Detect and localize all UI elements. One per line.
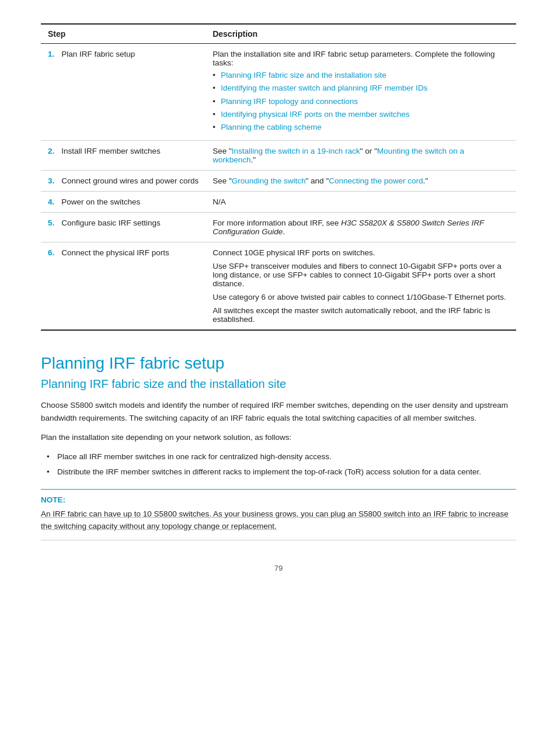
installation-bullet-list: Place all IRF member switches in one rac…: [47, 451, 516, 478]
table-header-step: Step: [41, 24, 206, 44]
step-desc-3: See "Grounding the switch" and "Connecti…: [206, 171, 516, 192]
desc-para: Use category 6 or above twisted pair cab…: [213, 293, 509, 301]
step-text: Install IRF member switches: [61, 147, 161, 155]
step-desc-6: Connect 10GE physical IRF ports on switc…: [206, 242, 516, 331]
desc-intro: Plan the installation site and IRF fabri…: [213, 50, 495, 67]
step-num-1: 1.: [41, 44, 54, 141]
link-identifying-master[interactable]: Identifying the master switch and planni…: [221, 84, 427, 92]
step-text: Configure basic IRF settings: [61, 219, 161, 227]
step-label-3: Connect ground wires and power cords: [54, 171, 206, 192]
step-number: 2.: [48, 147, 54, 155]
step-text: Connect the physical IRF ports: [61, 248, 169, 257]
desc-para: Use SFP+ transceiver modules and fibers …: [213, 262, 509, 288]
step-text: Plan IRF fabric setup: [61, 50, 135, 58]
desc-text: N/A: [213, 197, 226, 206]
step-label-5: Configure basic IRF settings: [54, 213, 206, 242]
step-number: 4.: [48, 197, 54, 206]
section-title-large: Planning IRF fabric setup: [41, 354, 516, 373]
table-row: 2. Install IRF member switches See "Inst…: [41, 141, 516, 171]
list-item: Distribute the IRF member switches in di…: [47, 466, 516, 478]
table-row: 6. Connect the physical IRF ports Connec…: [41, 242, 516, 331]
step-label-1: Plan IRF fabric setup: [54, 44, 206, 141]
list-item: Planning IRF fabric size and the install…: [213, 70, 509, 81]
step-num-3: 3.: [41, 171, 54, 192]
step-label-4: Power on the switches: [54, 192, 206, 213]
note-text: An IRF fabric can have up to 10 S5800 sw…: [41, 508, 516, 533]
desc-para: All switches except the master switch au…: [213, 306, 509, 324]
body-paragraph-2: Plan the installation site depending on …: [41, 431, 516, 444]
step-num-6: 6.: [41, 242, 54, 331]
table-row: 1. Plan IRF fabric setup Plan the instal…: [41, 44, 516, 141]
desc-para: Connect 10GE physical IRF ports on switc…: [213, 248, 509, 257]
step-number: 6.: [48, 248, 54, 257]
step-num-4: 4.: [41, 192, 54, 213]
list-item: Place all IRF member switches in one rac…: [47, 451, 516, 463]
step-num-5: 5.: [41, 213, 54, 242]
step-text: Connect ground wires and power cords: [61, 176, 199, 185]
setup-table: Step Description 1. Plan IRF fabric setu…: [41, 23, 516, 331]
page-number: 79: [41, 564, 516, 573]
step-desc-2: See "Installing the switch in a 19-inch …: [206, 141, 516, 171]
step-num-2: 2.: [41, 141, 54, 171]
step-desc-4: N/A: [206, 192, 516, 213]
list-item: Identifying the master switch and planni…: [213, 82, 509, 94]
body-paragraph-1: Choose S5800 switch models and identify …: [41, 399, 516, 424]
link-identifying-ports[interactable]: Identifying physical IRF ports on the me…: [221, 110, 409, 119]
link-planning-irf-size[interactable]: Planning IRF fabric size and the install…: [221, 71, 387, 79]
list-item: Planning IRF topology and connections: [213, 96, 509, 107]
step-number: 5.: [48, 219, 54, 227]
step-desc-5: For more information about IRF, see H3C …: [206, 213, 516, 242]
link-planning-topology[interactable]: Planning IRF topology and connections: [221, 97, 358, 106]
list-item: Identifying physical IRF ports on the me…: [213, 109, 509, 120]
step-number: 3.: [48, 176, 54, 185]
table-header-description: Description: [206, 24, 516, 44]
link-planning-cabling[interactable]: Planning the cabling scheme: [221, 123, 322, 131]
step-number: 1.: [48, 50, 54, 58]
book-title: H3C S5820X & S5800 Switch Series IRF Con…: [213, 219, 484, 236]
step-label-2: Install IRF member switches: [54, 141, 206, 171]
step-desc-1: Plan the installation site and IRF fabri…: [206, 44, 516, 141]
note-box: NOTE: An IRF fabric can have up to 10 S5…: [41, 489, 516, 540]
table-row: 4. Power on the switches N/A: [41, 192, 516, 213]
desc-bullet-list: Planning IRF fabric size and the install…: [213, 70, 509, 133]
list-item: Planning the cabling scheme: [213, 122, 509, 133]
step-label-6: Connect the physical IRF ports: [54, 242, 206, 331]
section-title-medium: Planning IRF fabric size and the install…: [41, 377, 516, 391]
step-text: Power on the switches: [61, 197, 140, 206]
link-power-cord[interactable]: Connecting the power cord: [329, 176, 423, 185]
note-label: NOTE:: [41, 495, 516, 504]
link-19-inch-rack[interactable]: Installing the switch in a 19-inch rack: [232, 147, 360, 155]
table-row: 3. Connect ground wires and power cords …: [41, 171, 516, 192]
link-grounding[interactable]: Grounding the switch: [232, 176, 306, 185]
table-row: 5. Configure basic IRF settings For more…: [41, 213, 516, 242]
